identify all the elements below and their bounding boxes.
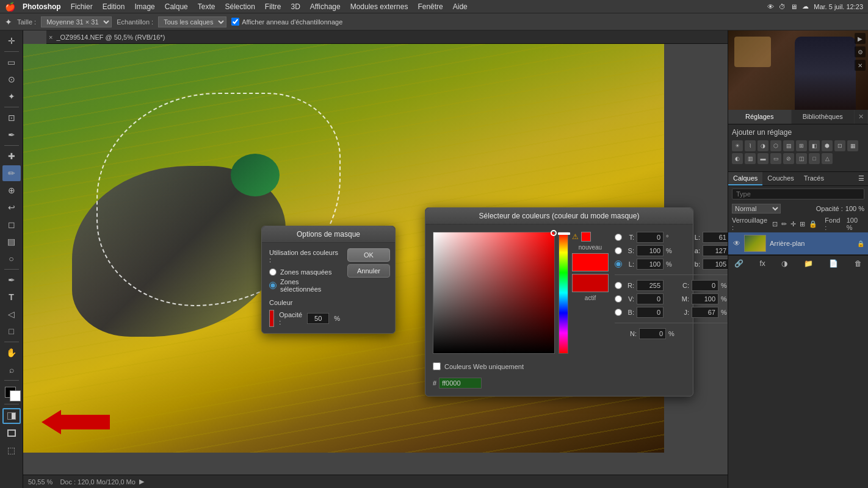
tab-couches[interactable]: Couches — [762, 172, 798, 185]
adj-channelmix[interactable]: ⊡ — [834, 140, 845, 151]
menu-texte[interactable]: Texte — [193, 0, 220, 13]
lock-all-icon[interactable]: 🔒 — [809, 220, 817, 228]
cp-C-input[interactable] — [692, 280, 718, 291]
menu-modules[interactable]: Modules externes — [345, 0, 413, 13]
tool-clone[interactable]: ⊕ — [2, 182, 21, 198]
menu-fichier[interactable]: Fichier — [66, 0, 98, 13]
background-color[interactable] — [10, 390, 21, 401]
cp-T-input[interactable] — [637, 232, 664, 243]
tool-screen-mode[interactable] — [2, 425, 21, 441]
color-gradient-picker[interactable] — [433, 232, 555, 354]
cp-V-input[interactable] — [637, 293, 664, 304]
adj-photofilt[interactable]: ⬢ — [822, 140, 833, 151]
adj-brightness[interactable]: ☀ — [732, 140, 743, 151]
cp-B-input[interactable] — [637, 307, 664, 318]
hue-strip[interactable] — [559, 232, 568, 354]
adj-colorlookup[interactable]: ▦ — [847, 140, 858, 151]
tool-magic-wand[interactable]: ✦ — [2, 88, 21, 104]
link-layers-btn[interactable]: 🔗 — [732, 258, 746, 269]
cp-radio-L[interactable] — [615, 260, 622, 268]
tab-traces[interactable]: Tracés — [799, 172, 829, 185]
adj-colorbalance[interactable]: ⊞ — [796, 140, 807, 151]
adj-extra1[interactable]: ◫ — [796, 153, 807, 164]
menu-affichage[interactable]: Affichage — [305, 0, 345, 13]
add-style-btn[interactable]: fx — [758, 258, 768, 269]
tool-shape[interactable]: □ — [2, 323, 21, 339]
adj-exposure[interactable]: ◑ — [758, 140, 769, 151]
cp-S-input[interactable] — [637, 245, 664, 256]
tab-reglages[interactable]: Réglages — [728, 110, 792, 124]
lock-position-icon[interactable]: ✛ — [790, 220, 796, 228]
tool-move[interactable]: ✛ — [2, 33, 21, 49]
cp-N-input[interactable] — [639, 328, 666, 339]
layer-visibility-icon[interactable]: 👁 — [732, 239, 742, 248]
status-arrow[interactable]: ▶ — [139, 478, 144, 486]
cp-radio-V[interactable] — [615, 295, 622, 303]
cp-radio-T[interactable] — [615, 234, 622, 241]
tool-path[interactable]: ◁ — [2, 306, 21, 322]
adj-gradmap[interactable]: ▭ — [770, 153, 781, 164]
adj-vibrance[interactable]: ⬡ — [770, 140, 781, 151]
menu-3d[interactable]: 3D — [286, 0, 305, 13]
cp-L-input[interactable] — [637, 259, 664, 270]
cp-M-input[interactable] — [692, 293, 718, 304]
menu-selection[interactable]: Sélection — [220, 0, 259, 13]
webcam-btn-1[interactable]: ▶ — [855, 33, 866, 44]
menu-filtre[interactable]: Filtre — [260, 0, 286, 13]
afficher-anneau-checkbox[interactable] — [231, 18, 239, 26]
tool-gradient[interactable]: ▤ — [2, 234, 21, 249]
adj-threshold[interactable]: ▬ — [758, 153, 769, 164]
cp-b2-input[interactable] — [703, 259, 728, 270]
tool-dodge[interactable]: ○ — [2, 251, 21, 267]
adj-extra3[interactable]: △ — [822, 153, 833, 164]
tool-quickmask[interactable] — [2, 408, 21, 424]
tool-brush[interactable]: ✏ — [2, 165, 21, 181]
new-layer-btn[interactable]: 📄 — [826, 258, 841, 269]
menu-calque[interactable]: Calque — [160, 0, 193, 13]
menu-edition[interactable]: Edition — [98, 0, 130, 13]
adj-selectcolor[interactable]: ⊘ — [783, 153, 794, 164]
adj-posterize[interactable]: ▥ — [745, 153, 756, 164]
lock-transparent-icon[interactable]: ⊡ — [772, 220, 778, 228]
layer-item-arriere-plan[interactable]: 👁 Arrière-plan 🔒 — [728, 232, 868, 255]
tool-healing[interactable]: ✚ — [2, 148, 21, 164]
swatch-gamut-indicator[interactable] — [581, 232, 591, 242]
adj-curves[interactable]: ⌇ — [745, 140, 756, 151]
adj-bw[interactable]: ◧ — [809, 140, 820, 151]
menu-aide[interactable]: Aide — [448, 0, 472, 13]
apple-icon[interactable]: 🍎 — [5, 2, 15, 12]
cp-radio-B[interactable] — [615, 309, 622, 316]
tool-zoom[interactable]: ⌕ — [2, 362, 21, 378]
mask-ok-button[interactable]: OK — [347, 248, 390, 262]
opacite-input[interactable] — [307, 313, 329, 324]
tab-close-btn[interactable]: ✕ — [855, 110, 868, 124]
option-zones-masquees[interactable]: Zones masquées — [269, 268, 340, 276]
tool-history[interactable]: ↩ — [2, 199, 21, 215]
tab-calques[interactable]: Calques — [728, 172, 762, 185]
tool-pen[interactable]: ✒ — [2, 272, 21, 288]
tool-eyedropper[interactable]: ✒ — [2, 127, 21, 143]
cp-J-input[interactable] — [692, 307, 718, 318]
tool-hand[interactable]: ✋ — [2, 345, 21, 361]
tool-select-rect[interactable]: ▭ — [2, 54, 21, 70]
echantillon-select[interactable]: Tous les calques — [158, 16, 226, 27]
tool-crop[interactable]: ⊡ — [2, 110, 21, 126]
adj-invert[interactable]: ◐ — [732, 153, 743, 164]
tool-3d[interactable]: ⬚ — [2, 442, 21, 458]
menu-fenetre[interactable]: Fenêtre — [413, 0, 447, 13]
tool-lasso[interactable]: ⊙ — [2, 71, 21, 87]
cp-radio-R[interactable] — [615, 282, 622, 289]
web-colors-checkbox[interactable] — [433, 362, 441, 370]
tab-bibliotheques[interactable]: Bibliothèques — [792, 110, 855, 124]
lock-image-icon[interactable]: ✏ — [781, 220, 787, 228]
menu-image[interactable]: Image — [129, 0, 159, 13]
hex-input[interactable] — [439, 378, 482, 389]
option-zones-selectionnees[interactable]: Zones sélectionnées — [269, 278, 340, 293]
webcam-btn-3[interactable]: ✕ — [855, 60, 866, 71]
cp-a-input[interactable] — [703, 245, 728, 256]
new-group-btn[interactable]: 📁 — [801, 258, 816, 269]
tool-eraser[interactable]: ◻ — [2, 217, 21, 232]
adj-hsl[interactable]: ▤ — [783, 140, 794, 151]
mask-annuler-button[interactable]: Annuler — [347, 264, 390, 278]
delete-layer-btn[interactable]: 🗑 — [852, 258, 864, 269]
